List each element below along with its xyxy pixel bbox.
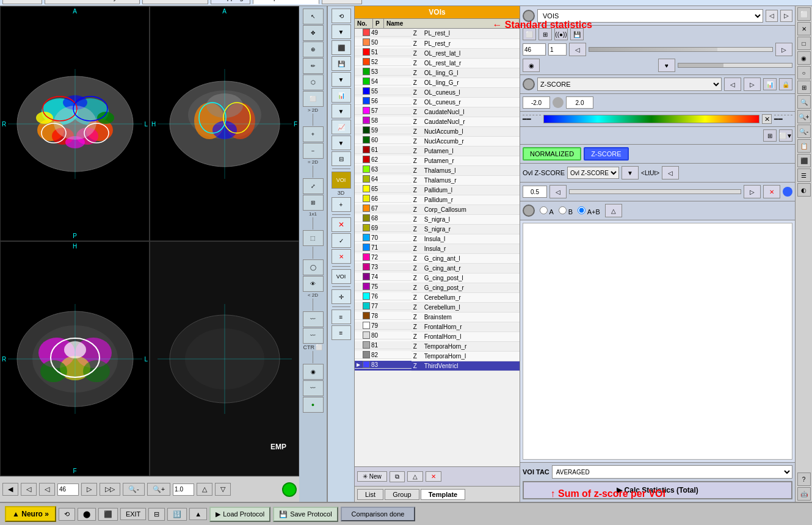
zscore-lock-btn[interactable]: 🔒 <box>779 78 792 90</box>
ovl-left2-btn[interactable]: ◁ <box>662 166 679 179</box>
table-row[interactable]: 57ZCaudateNucl_l <box>355 107 520 117</box>
tab-compare-to-norm[interactable]: Compare to Norm <box>253 0 319 4</box>
value-input-1[interactable] <box>548 43 567 56</box>
green-circle-tool[interactable]: ● <box>303 397 324 413</box>
status-btn-5[interactable]: ⊟ <box>148 508 165 521</box>
calc-stats-button[interactable]: ▶ Calc Statistics (Total) <box>523 481 792 499</box>
fr-btn-4[interactable]: ◉ <box>797 51 811 65</box>
move-down-btn[interactable]: ▽ <box>215 483 231 496</box>
table-row[interactable]: 66ZPallidum_r <box>355 195 520 205</box>
table-row[interactable]: 59ZNuclAccumb_l <box>355 126 520 136</box>
neuro-button[interactable]: ▲ Neuro » <box>5 506 56 522</box>
ctrl-icon-1[interactable]: ⬜ <box>523 28 536 40</box>
zscore-left-btn[interactable]: ◁ <box>724 78 741 91</box>
fr-btn-5[interactable]: ○ <box>797 66 811 79</box>
mid-tool-6[interactable]: 📊 <box>332 88 351 103</box>
table-row[interactable]: 74ZG_cing_post_l <box>355 273 520 283</box>
mic-icon[interactable] <box>523 205 535 217</box>
ovl-zscore-select[interactable]: Ovl Z-SCORE <box>567 167 619 179</box>
load-protocol-btn[interactable]: ▶ Load Protocol <box>209 507 270 522</box>
table-row[interactable]: 49ZPL_rest_l <box>355 29 520 38</box>
table-row[interactable]: 50ZPL_rest_r <box>355 38 520 48</box>
fr-btn-9[interactable]: 🔍- <box>797 125 811 138</box>
nav-left-btn[interactable]: ◁ <box>766 10 778 22</box>
mid-tool-7[interactable]: ▼ <box>332 104 351 118</box>
mid-tool-3[interactable]: ⬛ <box>332 40 351 55</box>
table-row[interactable]: 64ZThalamus_r <box>355 175 520 185</box>
table-row[interactable]: 69ZS_nigra_r <box>355 224 520 234</box>
threshold-input[interactable] <box>523 186 547 198</box>
vois-dropdown[interactable]: VOIS <box>537 9 763 23</box>
mid-tool-9[interactable]: ▼ <box>332 136 351 150</box>
mid-tool-10[interactable]: ⊟ <box>332 151 351 166</box>
mid-voi2-btn[interactable]: VOI <box>332 269 351 284</box>
table-row[interactable]: 54ZOL_ling_G_r <box>355 78 520 87</box>
thresh-x-btn[interactable]: ✕ <box>763 185 780 198</box>
ctrl-icon-4[interactable]: 💾 <box>570 28 584 40</box>
table-row[interactable]: 55ZOL_cuneus_l <box>355 87 520 97</box>
second-slider[interactable] <box>678 63 792 68</box>
radio-extra-btn[interactable]: △ <box>605 204 622 217</box>
table-row[interactable]: 51ZOL_rest_lat_l <box>355 48 520 58</box>
status-btn-1[interactable]: ⟲ <box>59 508 75 521</box>
tab-brain-parcellation[interactable]: Brain Parcellation <box>142 0 208 4</box>
value-input-46[interactable] <box>523 43 546 56</box>
close-voi-btn[interactable]: ✕ <box>426 471 441 482</box>
mid-tool-8[interactable]: 📈 <box>332 120 351 134</box>
table-row[interactable]: 72ZG_cing_ant_l <box>355 253 520 263</box>
mic-btn[interactable] <box>553 97 564 108</box>
table-row[interactable]: 60ZNuclAccumb_r <box>355 136 520 146</box>
pointer-tool[interactable]: ↖ <box>303 9 324 24</box>
status-btn-3[interactable]: ⬛ <box>98 508 118 521</box>
minus-btn[interactable]: − <box>303 143 324 159</box>
circle-tool[interactable]: ◯ <box>303 259 324 275</box>
fr-btn-11[interactable]: ⬛ <box>797 154 811 167</box>
zscore-icon1[interactable]: 📊 <box>763 78 777 90</box>
next-single-btn[interactable]: ▷ <box>81 483 97 496</box>
zoom-plus-btn[interactable]: 🔍+ <box>147 483 170 496</box>
table-row[interactable]: 82ZTemporaHorn_l <box>355 351 520 361</box>
zscore-dropdown-select[interactable]: Z-SCORE <box>537 78 722 91</box>
connect-tool[interactable]: ⤢ <box>303 178 324 194</box>
status-btn-2[interactable]: ⬤ <box>78 508 96 521</box>
mid-tool-bar2[interactable]: ≡ <box>332 325 351 340</box>
move-tool[interactable]: ✥ <box>303 25 324 41</box>
x-btn-colorbar[interactable]: ✕ <box>762 114 772 124</box>
circle2-tool[interactable]: ◉ <box>303 364 324 380</box>
right-arrow-btn[interactable]: ▷ <box>775 43 792 56</box>
voi-tab-template[interactable]: Template <box>421 489 465 500</box>
status-btn-7[interactable]: ▲ <box>189 508 207 520</box>
play-prev-btn[interactable]: ◀ <box>2 483 18 496</box>
thresh-left-btn[interactable]: ◁ <box>549 185 567 198</box>
ovl-arrow-down-btn[interactable]: ▼ <box>622 166 639 179</box>
3d-box-tool[interactable]: ⬚ <box>303 230 324 246</box>
nav-right-btn[interactable]: ▷ <box>780 10 792 22</box>
eraser-tool[interactable]: ⬜ <box>303 91 324 107</box>
mid-tool-5[interactable]: ▼ <box>332 72 351 87</box>
table-row[interactable]: 79ZFrontalHorn_r <box>355 322 520 331</box>
fr-btn-6[interactable]: ⊞ <box>797 81 811 94</box>
threshold-slider[interactable] <box>569 189 741 194</box>
fr-btn-help[interactable]: ? <box>797 472 811 486</box>
table-row[interactable]: 63ZThalamus_l <box>355 165 520 175</box>
status-btn-6[interactable]: 🔢 <box>167 508 187 521</box>
mid-tool-bar1[interactable]: ≡ <box>332 310 351 324</box>
radio-ab[interactable] <box>578 206 585 214</box>
heart-btn[interactable]: ♥ <box>658 59 675 72</box>
min-value-input[interactable] <box>523 96 550 109</box>
status-btn-4[interactable]: EXIT <box>120 508 146 520</box>
fr-btn-13[interactable]: ◐ <box>797 183 811 197</box>
table-row[interactable]: 68ZS_nigra_l <box>355 214 520 224</box>
wave-tool3[interactable]: 〰 <box>303 380 324 396</box>
table-row[interactable]: 81ZTemporaHorn_r <box>355 341 520 351</box>
ctrl-icon-2[interactable]: ⊞ <box>538 28 552 40</box>
table-row[interactable]: 71ZInsula_r <box>355 244 520 253</box>
thresh-right-btn[interactable]: ▷ <box>744 185 761 198</box>
prev-single-btn[interactable]: ◁ <box>39 483 55 496</box>
frame-input[interactable]: 46 <box>57 483 79 496</box>
max-value-input[interactable] <box>566 96 593 109</box>
move-up-btn[interactable]: △ <box>197 483 212 496</box>
table-row[interactable]: 77ZCerebellum_l <box>355 302 520 312</box>
table-row[interactable]: 80ZFrontalHorn_l <box>355 331 520 341</box>
voi-tac-dropdown[interactable]: AVERAGED <box>552 465 792 479</box>
